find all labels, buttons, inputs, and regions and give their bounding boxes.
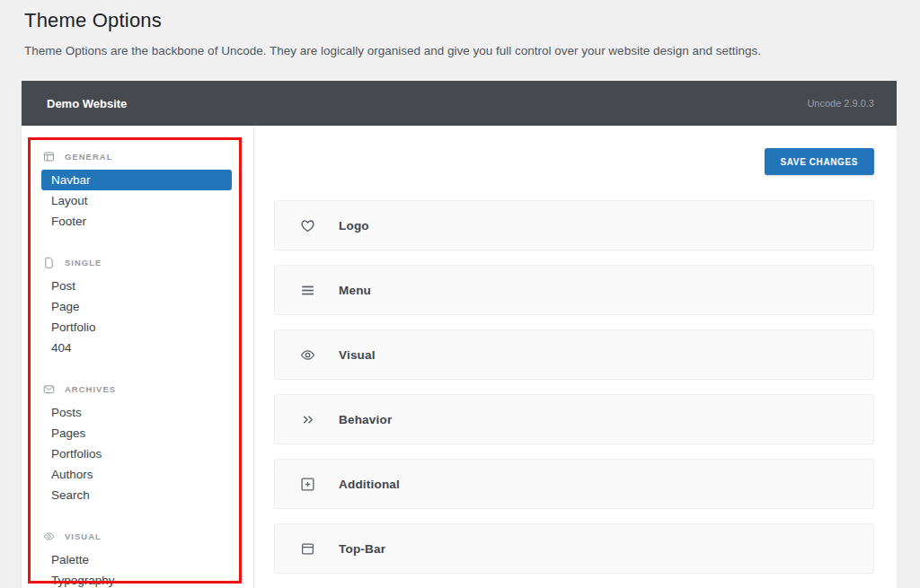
page-description: Theme Options are the backbone of Uncode…: [24, 44, 920, 57]
sidebar-item-post[interactable]: Post: [41, 276, 232, 296]
eye-icon: [43, 531, 55, 542]
sidebar-section-label: SINGLE: [65, 258, 102, 268]
accordion-label: Logo: [339, 219, 369, 233]
options-content: SAVE CHANGES Logo Menu: [254, 126, 897, 588]
accordion-label: Behavior: [339, 413, 392, 426]
site-name: Demo Website: [47, 97, 127, 110]
sidebar-item-navbar[interactable]: Navbar: [41, 170, 232, 190]
sidebar-section-label: VISUAL: [65, 531, 102, 541]
sidebar-item-search[interactable]: Search: [41, 485, 232, 505]
sidebar-item-pages[interactable]: Pages: [41, 423, 232, 443]
sidebar-item-portfolio[interactable]: Portfolio: [41, 317, 232, 338]
top-bar-icon: [300, 541, 315, 557]
accordion-label: Additional: [339, 478, 400, 491]
sidebar-item-portfolios[interactable]: Portfolios: [41, 443, 232, 464]
panel-body: GENERAL Navbar Layout Footer SINGLE Post…: [22, 126, 897, 588]
accordion-label: Top-Bar: [339, 542, 385, 556]
accordion-additional[interactable]: Additional: [274, 459, 874, 509]
accordion-top-bar[interactable]: Top-Bar: [274, 523, 874, 574]
layout-window-icon: [43, 151, 55, 162]
version-label: Uncode 2.9.0.3: [807, 98, 874, 109]
page-header: Theme Options Theme Options are the back…: [0, 0, 920, 57]
sidebar-section-general: GENERAL: [43, 150, 253, 162]
sidebar-item-page[interactable]: Page: [41, 296, 232, 317]
save-changes-button[interactable]: SAVE CHANGES: [765, 148, 874, 175]
accordion-logo[interactable]: Logo: [274, 200, 874, 250]
sidebar-item-layout[interactable]: Layout: [41, 190, 232, 211]
sidebar-section-single: SINGLE: [43, 256, 253, 268]
sidebar-item-palette[interactable]: Palette: [41, 549, 232, 570]
page-title: Theme Options: [24, 9, 920, 32]
accordion-visual[interactable]: Visual: [274, 329, 874, 380]
sidebar-item-posts[interactable]: Posts: [41, 402, 232, 423]
theme-options-panel: Demo Website Uncode 2.9.0.3 GENERAL Navb…: [22, 81, 897, 588]
sidebar-section-archives: ARCHIVES: [43, 382, 253, 395]
panel-header-bar: Demo Website Uncode 2.9.0.3: [22, 81, 897, 126]
double-chevron-right-icon: [300, 412, 315, 427]
accordion-label: Visual: [339, 348, 376, 362]
accordion-behavior[interactable]: Behavior: [274, 394, 874, 444]
plus-square-icon: [300, 477, 315, 492]
options-sidebar: GENERAL Navbar Layout Footer SINGLE Post…: [22, 126, 254, 588]
sidebar-item-typography[interactable]: Typography: [41, 570, 232, 588]
sidebar-section-label: ARCHIVES: [65, 384, 116, 394]
accordion-label: Menu: [339, 284, 371, 297]
sidebar-item-404[interactable]: 404: [41, 338, 232, 358]
envelope-icon: [43, 383, 55, 395]
accordion-menu[interactable]: Menu: [274, 265, 874, 315]
sidebar-item-authors[interactable]: Authors: [41, 464, 232, 485]
sidebar-item-footer[interactable]: Footer: [41, 211, 232, 232]
document-icon: [43, 257, 55, 268]
accordion-list: Logo Menu Visual: [274, 200, 874, 588]
heart-icon: [300, 218, 315, 233]
sidebar-section-visual: VISUAL: [43, 530, 253, 542]
eye-icon: [300, 347, 315, 363]
hamburger-icon: [300, 283, 315, 298]
sidebar-section-label: GENERAL: [65, 152, 112, 162]
